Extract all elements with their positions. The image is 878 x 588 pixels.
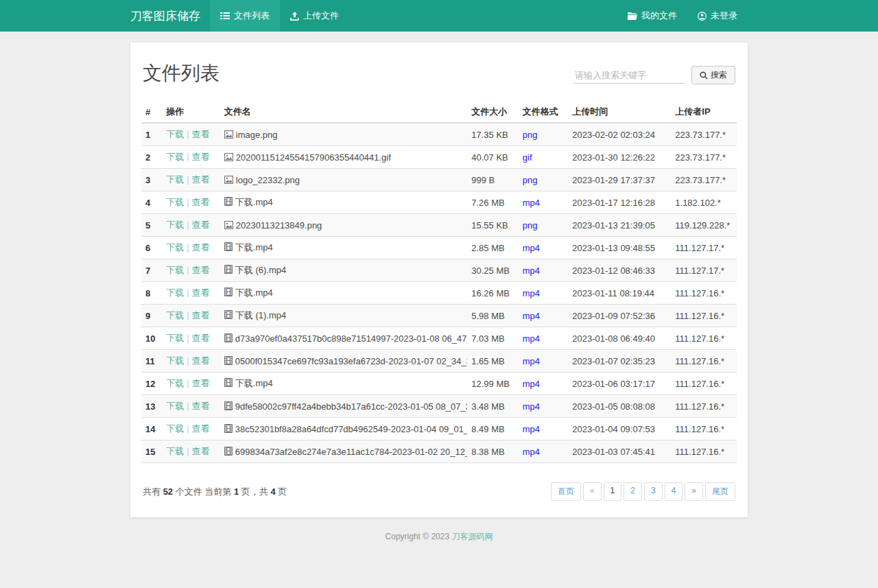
format-link[interactable]: mp4 [523,379,540,389]
action-separator: | [184,310,191,320]
download-link[interactable]: 下载 [166,355,184,366]
download-link[interactable]: 下载 [166,310,184,320]
format-link[interactable]: mp4 [523,424,540,434]
view-link[interactable]: 查看 [192,152,210,162]
footer-site-link[interactable]: 刀客源码网 [451,532,493,541]
action-separator: | [184,446,191,456]
format-link[interactable]: png [523,130,538,140]
view-link[interactable]: 查看 [192,129,210,139]
view-link[interactable]: 查看 [192,378,210,388]
row-filename: 下载.mp4 [220,191,467,214]
format-link[interactable]: mp4 [523,288,540,298]
download-link[interactable]: 下载 [166,129,184,139]
nav-tab-file-list[interactable]: 文件列表 [210,0,280,32]
format-link[interactable]: mp4 [523,333,540,344]
view-link[interactable]: 查看 [192,242,210,252]
row-filesize: 16.26 MB [467,282,519,305]
search-icon [700,71,708,80]
search-input[interactable] [573,67,685,84]
filename-text: 0500f015347ce697fc93a193efa6723d-2023-01… [235,356,467,366]
view-link[interactable]: 查看 [192,174,210,185]
format-link[interactable]: mp4 [523,401,540,412]
view-link[interactable]: 查看 [192,220,210,230]
row-actions: 下载|查看 [162,169,220,191]
film-icon [224,242,233,251]
format-link[interactable]: gif [523,152,532,163]
format-link[interactable]: mp4 [523,311,540,321]
page-next[interactable]: » [685,482,703,501]
nav-item-label: 未登录 [711,10,737,22]
page-last[interactable]: 尾页 [705,482,735,501]
row-filesize: 8.49 MB [467,418,519,440]
format-link[interactable]: mp4 [523,447,540,457]
view-link[interactable]: 查看 [192,333,210,343]
view-link[interactable]: 查看 [192,265,210,275]
film-icon [224,333,233,342]
file-count-summary: 共有 52 个文件 当前第 1 页，共 4 页 [143,486,287,498]
view-link[interactable]: 查看 [192,355,210,366]
row-index: 5 [141,214,162,237]
download-link[interactable]: 下载 [166,287,184,298]
format-link[interactable]: png [523,175,538,185]
row-filesize: 40.07 KB [467,146,519,169]
row-index: 2 [141,146,162,169]
row-uploader-ip: 119.129.228.* [671,214,737,237]
view-link[interactable]: 查看 [192,197,210,207]
download-link[interactable]: 下载 [166,174,184,185]
header-index: # [141,102,162,123]
format-link[interactable]: png [523,220,538,231]
download-link[interactable]: 下载 [166,446,184,456]
format-link[interactable]: mp4 [523,266,540,276]
row-filesize: 2.85 MB [467,237,519,259]
summary-segment: 页，共 [239,486,270,497]
download-link[interactable]: 下载 [166,401,184,411]
page-3[interactable]: 3 [644,482,663,501]
row-format: mp4 [519,327,569,350]
format-link[interactable]: mp4 [523,243,540,253]
nav-tab-upload[interactable]: 上传文件 [280,0,349,32]
download-link[interactable]: 下载 [166,242,184,252]
film-icon [224,424,233,433]
view-link[interactable]: 查看 [192,423,210,434]
page-4[interactable]: 4 [665,482,683,501]
image-icon [224,130,233,139]
row-upload-time: 2023-01-11 08:19:44 [568,282,671,305]
download-link[interactable]: 下载 [166,333,184,343]
row-filesize: 17.35 KB [467,123,519,146]
page-2[interactable]: 2 [624,482,642,501]
nav-my-files[interactable]: 我的文件 [617,0,687,32]
film-icon [224,356,233,365]
row-actions: 下载|查看 [162,259,220,282]
row-uploader-ip: 111.127.16.* [671,327,737,350]
row-uploader-ip: 111.127.16.* [671,395,737,418]
folder-icon [628,12,637,20]
row-index: 3 [141,169,162,191]
row-format: gif [519,146,569,169]
row-actions: 下载|查看 [162,146,220,169]
download-link[interactable]: 下载 [166,265,184,275]
view-link[interactable]: 查看 [192,310,210,320]
table-row: 8下载|查看下载.mp416.26 MBmp42023-01-11 08:19:… [141,282,737,305]
row-index: 7 [141,259,162,282]
page-first[interactable]: 首页 [551,482,581,501]
view-link[interactable]: 查看 [192,287,210,298]
pagination: 首页«1234»尾页 [551,482,735,501]
nav-login-status[interactable]: 未登录 [687,0,748,32]
filename-text: 20200115124554157906355440441.gif [236,152,391,163]
format-link[interactable]: mp4 [523,356,540,366]
search-button[interactable]: 搜索 [691,66,735,84]
download-link[interactable]: 下载 [166,220,184,230]
table-row: 12下载|查看下载.mp412.99 MBmp42023-01-06 03:17… [141,373,737,395]
download-link[interactable]: 下载 [166,378,184,388]
filename-text: 699834a73af2e8c274e7a3e11ac1c784-2023-01… [235,447,467,457]
format-link[interactable]: mp4 [523,198,540,208]
brand-title: 刀客图床储存 [130,0,210,32]
row-uploader-ip: 223.73.177.* [671,146,737,169]
download-link[interactable]: 下载 [166,152,184,162]
download-link[interactable]: 下载 [166,423,184,434]
download-link[interactable]: 下载 [166,197,184,207]
image-icon [224,176,233,184]
view-link[interactable]: 查看 [192,401,210,411]
view-link[interactable]: 查看 [192,446,210,456]
row-filename: 下载.mp4 [220,373,467,395]
